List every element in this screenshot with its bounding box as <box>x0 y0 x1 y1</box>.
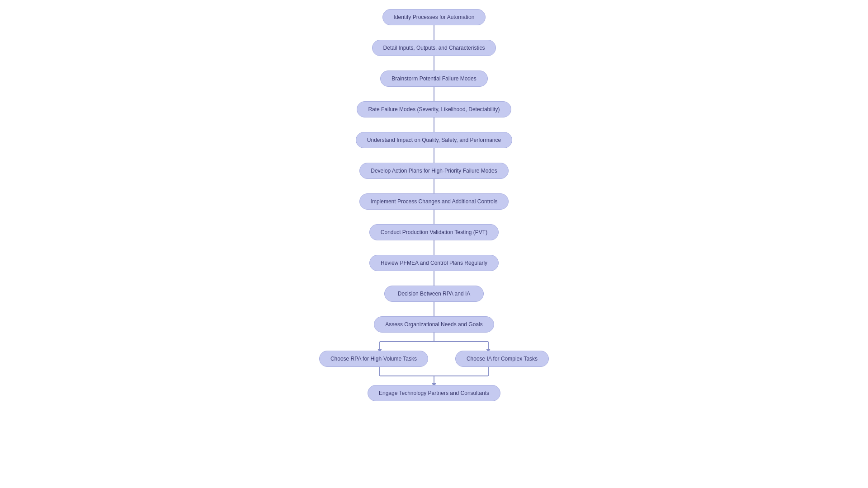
connector-2 <box>434 56 434 70</box>
connector-10 <box>434 302 434 316</box>
connector-8 <box>434 240 434 255</box>
node-detail-inputs: Detail Inputs, Outputs, and Characterist… <box>372 40 496 56</box>
connector-1 <box>434 25 434 40</box>
branch-bottom-svg <box>344 367 524 385</box>
branch-bottom-lines <box>344 367 524 385</box>
node-brainstorm: Brainstorm Potential Failure Modes <box>380 70 487 87</box>
node-choose-rpa: Choose RPA for High-Volume Tasks <box>319 351 428 367</box>
node-review-pfmea: Review PFMEA and Control Plans Regularly <box>369 255 499 271</box>
node-understand-impact: Understand Impact on Quality, Safety, an… <box>356 132 512 148</box>
node-conduct-pvt: Conduct Production Validation Testing (P… <box>369 224 499 240</box>
node-assess-needs: Assess Organizational Needs and Goals <box>374 316 494 333</box>
connector-9 <box>434 271 434 286</box>
node-develop-action: Develop Action Plans for High-Priority F… <box>359 163 508 179</box>
connector-7 <box>434 210 434 224</box>
node-identify-processes: Identify Processes for Automation <box>382 9 486 25</box>
node-choose-ia: Choose IA for Complex Tasks <box>455 351 549 367</box>
node-rate-failure: Rate Failure Modes (Severity, Likelihood… <box>357 101 511 117</box>
node-decision-rpa-ia: Decision Between RPA and IA <box>384 286 484 302</box>
branch-top-svg <box>344 333 524 351</box>
connector-4 <box>434 117 434 132</box>
connector-5 <box>434 148 434 163</box>
branch-nodes-row: Choose RPA for High-Volume Tasks Choose … <box>319 351 549 367</box>
node-implement-process: Implement Process Changes and Additional… <box>359 193 509 210</box>
connector-3 <box>434 87 434 101</box>
connector-6 <box>434 179 434 193</box>
node-engage-partners: Engage Technology Partners and Consultan… <box>368 385 500 401</box>
flowchart: Identify Processes for Automation Detail… <box>0 0 868 419</box>
branch-top-lines <box>344 333 524 351</box>
